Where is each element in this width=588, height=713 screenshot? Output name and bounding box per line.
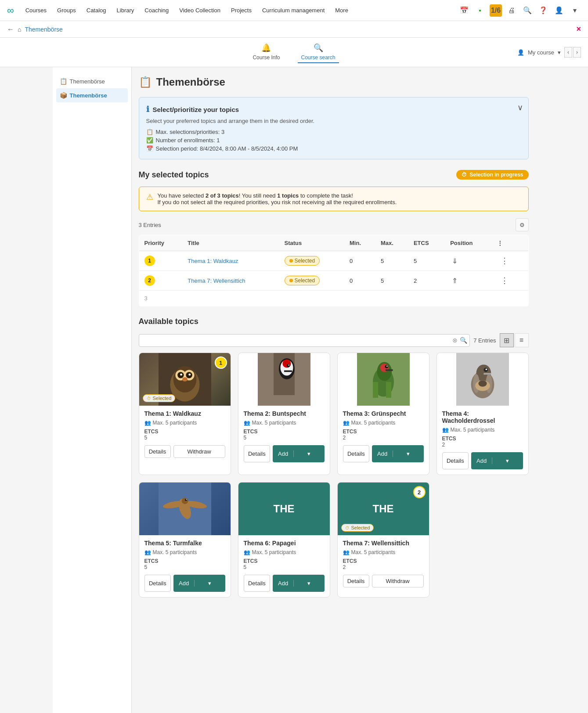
nav-more[interactable]: More — [331, 4, 353, 16]
card-gruenspecht-meta: 👥 Max. 5 participants — [343, 420, 424, 426]
card-gruenspecht-details-button[interactable]: Details — [343, 445, 370, 462]
card-papagei-add-dropdown[interactable]: ▾ — [293, 580, 325, 587]
card-turmfalke: Thema 5: Turmfalke 👥 Max. 5 participants… — [139, 482, 231, 598]
card-wellensittich-title: Thema 7: Wellensittich — [343, 540, 424, 547]
card-wacholderdrossel-etcs-label: ETCS — [442, 436, 523, 442]
help-icon[interactable]: ❓ — [537, 4, 549, 17]
row2-pos-up-button[interactable]: ⇑ — [450, 276, 459, 285]
priority-badge-1: 1 — [144, 256, 155, 266]
search-clear-icon[interactable]: ⊗ — [452, 337, 458, 344]
svg-point-9 — [182, 377, 188, 382]
my-course-label[interactable]: My course — [528, 49, 554, 56]
card-turmfalke-add-dropdown[interactable]: ▾ — [194, 580, 225, 587]
card-waldkauz-participants: Max. 5 participants — [153, 420, 197, 426]
warning-icon: ⚠ — [146, 192, 153, 205]
info-meta-text-2: Number of enrollments: 1 — [156, 137, 220, 144]
card-turmfalke-etcs-label: ETCS — [144, 558, 225, 564]
card-turmfalke-add-group: Add ▾ — [173, 575, 225, 592]
close-button[interactable]: × — [576, 25, 581, 34]
card-wellensittich-details-button[interactable]: Details — [343, 575, 369, 587]
breadcrumb-link[interactable]: Themenbörse — [25, 26, 62, 33]
row1-pos-down-button[interactable]: ⇓ — [450, 256, 459, 266]
svg-point-14 — [282, 359, 291, 367]
nav-library[interactable]: Library — [112, 4, 139, 16]
row1-title-link[interactable]: Thema 1: Waldkauz — [188, 258, 238, 264]
card-buntspecht-details-button[interactable]: Details — [244, 445, 271, 462]
selected-topics-header: My selected topics ⏱ Selection in progre… — [139, 170, 529, 180]
card-papagei-add-button[interactable]: Add — [273, 577, 293, 589]
card-gruenspecht-add-button[interactable]: Add — [372, 448, 393, 460]
tab-course-info[interactable]: 🔔 Course Info — [249, 41, 283, 63]
tab-course-search[interactable]: 🔍 Course search — [298, 41, 339, 63]
card-buntspecht-add-dropdown[interactable]: ▾ — [293, 450, 325, 457]
card-waldkauz-img-area: 1 ⏱ Selected — [139, 353, 231, 406]
row2-etcs: 2 — [408, 271, 445, 291]
info-meta-row-3: 📅 Selection period: 8/4/2024, 8:00 AM - … — [146, 145, 521, 152]
row1-more-button[interactable]: ⋮ — [497, 256, 512, 266]
card-wacholderdrossel-title: Thema 4: Wacholderdrossel — [442, 410, 523, 424]
row2-priority: 2 — [139, 271, 182, 291]
nav-badge[interactable]: 1/6 — [490, 4, 502, 17]
list-view-button[interactable]: ≡ — [515, 333, 529, 347]
sidebar-item-themenboerse-parent[interactable]: 📋 Themenbörse — [56, 74, 128, 88]
card-waldkauz-details-button[interactable]: Details — [144, 445, 171, 458]
search-input[interactable] — [139, 334, 470, 347]
row1-status-badge: Selected — [285, 256, 320, 266]
row2-title-link[interactable]: Thema 7: Wellensittich — [188, 277, 245, 284]
card-wacholderdrossel-details-button[interactable]: Details — [442, 452, 469, 469]
row2-more-button[interactable]: ⋮ — [497, 275, 512, 286]
info-header: ℹ Select/prioritize your topics — [146, 104, 521, 114]
card-waldkauz-withdraw-button[interactable]: Withdraw — [173, 445, 225, 458]
collapse-button[interactable]: ∨ — [517, 103, 523, 112]
card-buntspecht-etcs-val: 5 — [244, 435, 325, 441]
card-wacholderdrossel-add-group: Add ▾ — [471, 452, 523, 469]
info-description: Select your preferred topics and arrange… — [146, 118, 521, 124]
card-wacholderdrossel-add-dropdown[interactable]: ▾ — [492, 457, 523, 464]
home-icon[interactable]: ⌂ — [18, 26, 21, 33]
nav-projects[interactable]: Projects — [227, 4, 256, 16]
card-papagei-details-button[interactable]: Details — [244, 575, 271, 592]
search-icon[interactable]: 🔍 — [521, 4, 534, 17]
card-turmfalke-add-button[interactable]: Add — [173, 577, 194, 589]
card-waldkauz-actions: Details Withdraw — [139, 445, 231, 463]
nav-coaching[interactable]: Coaching — [140, 4, 173, 16]
col-position: Position — [445, 235, 492, 251]
row1-etcs: 5 — [408, 251, 445, 271]
col-max: Max. — [375, 235, 408, 251]
grid-view-button[interactable]: ⊞ — [500, 333, 514, 347]
back-button[interactable]: ← — [7, 25, 14, 33]
info-meta-icon-2: ✅ — [146, 137, 153, 144]
card-wellensittich-withdraw-button[interactable]: Withdraw — [372, 575, 424, 587]
prev-arrow-button[interactable]: ‹ — [564, 47, 572, 58]
nav-dropdown-icon[interactable]: ▾ — [569, 4, 581, 17]
card-buntspecht-image — [238, 353, 330, 406]
warning-text: You have selected 2 of 3 topics! You sti… — [158, 192, 397, 205]
calendar-icon[interactable]: 📅 — [458, 4, 470, 17]
card-gruenspecht-add-dropdown[interactable]: ▾ — [393, 450, 424, 457]
card-buntspecht-img-area — [238, 353, 330, 406]
sidebar-parent-icon: 📋 — [60, 78, 67, 85]
nav-groups[interactable]: Groups — [53, 4, 80, 16]
svg-point-44 — [186, 499, 187, 500]
print-icon[interactable]: 🖨 — [505, 4, 518, 17]
my-course-dropdown[interactable]: ▾ — [558, 49, 561, 56]
card-turmfalke-body: Thema 5: Turmfalke 👥 Max. 5 participants… — [139, 535, 231, 575]
card-wellensittich: THE 2 ⏱ Selected Thema 7: Wellensittich … — [337, 482, 429, 598]
logo-icon[interactable]: ∞ — [7, 5, 14, 16]
nav-curriculum[interactable]: Curriculum management — [258, 4, 329, 16]
nav-courses[interactable]: Courses — [21, 4, 51, 16]
card-papagei-participants: Max. 5 participants — [252, 549, 296, 555]
search-submit-icon[interactable]: 🔍 — [460, 337, 467, 344]
card-turmfalke-details-button[interactable]: Details — [144, 575, 171, 592]
card-buntspecht-add-button[interactable]: Add — [273, 448, 293, 460]
card-wacholderdrossel-add-button[interactable]: Add — [471, 455, 492, 467]
nav-catalog[interactable]: Catalog — [82, 4, 111, 16]
table-settings-button[interactable]: ⚙ — [516, 218, 529, 231]
card-waldkauz-selected-text: Selected — [153, 396, 172, 401]
sidebar-item-themenboerse-active[interactable]: 📦 Themenbörse — [56, 88, 128, 102]
info-meta-row-1: 📋 Max. selections/priorities: 3 — [146, 129, 521, 135]
nav-video-collection[interactable]: Video Collection — [175, 4, 225, 16]
card-turmfalke-actions: Details Add ▾ — [139, 575, 231, 597]
next-arrow-button[interactable]: › — [573, 47, 581, 58]
user-avatar[interactable]: 👤 — [553, 4, 565, 17]
